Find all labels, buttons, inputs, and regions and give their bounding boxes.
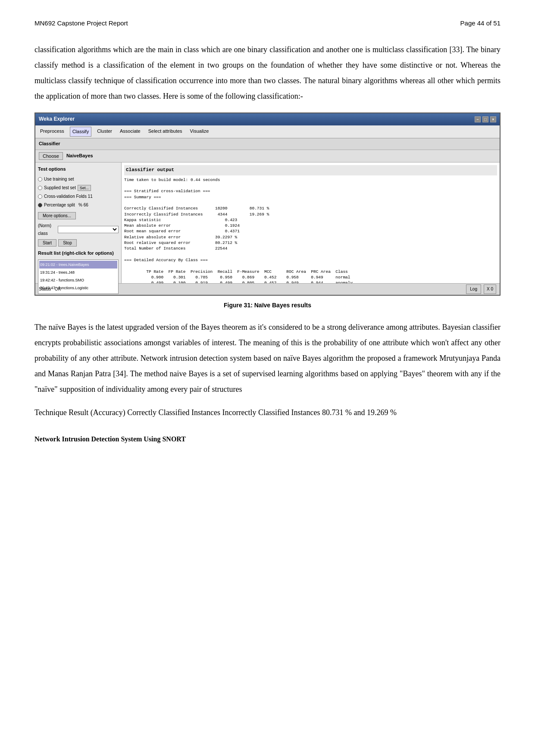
header-left: MN692 Capstone Project Report (34, 17, 128, 29)
choose-row: Choose NaiveBayes (35, 150, 500, 162)
weka-left-panel: Test options Use training set Supplied t… (35, 162, 122, 283)
classifier-section-label: Classifier (35, 138, 500, 150)
weka-titlebar: Weka Explorer − □ × (35, 113, 500, 125)
test-options-radios: Use training set Supplied test set Set..… (38, 175, 119, 209)
set-button[interactable]: Set... (78, 185, 91, 191)
weka-title: Weka Explorer (39, 115, 75, 124)
radio-cross-validation-label: Cross-validation Folds 11 (44, 193, 93, 200)
status-area: Status OK (39, 285, 61, 293)
menu-cluster[interactable]: Cluster (95, 127, 114, 137)
status-label: Status (39, 287, 51, 291)
chosen-classifier: NaiveBayes (66, 152, 93, 160)
norm-class-row: (Norm) class (38, 222, 119, 237)
classifier-output-title: Classifier output (124, 165, 497, 175)
radio-cross-validation-indicator (38, 194, 42, 199)
start-stop-row: Start Stop (38, 239, 119, 247)
footer-heading: Network Intrusion Detection System Using… (34, 433, 501, 446)
maximize-button[interactable]: □ (482, 116, 488, 122)
stop-button[interactable]: Stop (58, 239, 77, 247)
statusbar-buttons: Log X 0 (466, 284, 496, 294)
menu-select-attributes[interactable]: Select attributes (146, 127, 185, 137)
radio-use-training-label: Use training set (44, 175, 74, 183)
status-value: OK (55, 287, 61, 291)
accuracy-line: Technique Result (Accuracy) Correctly Cl… (34, 405, 501, 420)
result-item-2[interactable]: 19:42:42 - functions.SMO (39, 276, 117, 284)
classifier-output-panel: Classifier output Time taken to build mo… (122, 162, 500, 283)
weka-explorer-window: Weka Explorer − □ × Preprocess Classify … (34, 112, 501, 296)
norm-class-label: (Norm) class (38, 222, 56, 237)
result-item-1[interactable]: 19:31:24 - trees.J48 (39, 269, 117, 276)
weka-main-area: Test options Use training set Supplied t… (35, 162, 500, 283)
radio-percentage-split-indicator (38, 203, 42, 207)
weka-menubar: Preprocess Classify Cluster Associate Se… (35, 125, 500, 139)
radio-cross-validation[interactable]: Cross-validation Folds 11 (38, 193, 119, 200)
after-figure-paragraph-1: The naïve Bayes is the latest upgraded v… (34, 319, 501, 397)
test-options-title: Test options (38, 165, 119, 174)
weka-window-controls[interactable]: − □ × (475, 116, 496, 122)
minimize-button[interactable]: − (475, 116, 481, 122)
close-button[interactable]: × (490, 116, 496, 122)
start-button[interactable]: Start (38, 239, 56, 247)
radio-supplied-test-label: Supplied test set (44, 184, 76, 192)
result-item-0[interactable]: 09:21:02 - trees.NaiveBayes (39, 261, 117, 269)
menu-preprocess[interactable]: Preprocess (38, 127, 66, 137)
radio-supplied-test-indicator (38, 186, 42, 190)
classifier-output-text: Time taken to build model: 0.44 seconds … (124, 177, 497, 283)
radio-use-training[interactable]: Use training set (38, 175, 119, 183)
radio-use-training-indicator (38, 177, 42, 181)
radio-supplied-test[interactable]: Supplied test set Set... (38, 184, 119, 192)
more-options-button[interactable]: More options... (38, 212, 76, 219)
menu-classify[interactable]: Classify (70, 127, 92, 137)
menu-visualize[interactable]: Visualize (188, 127, 211, 137)
header-right: Page 44 of 51 (460, 17, 501, 29)
body-paragraph-1: classification algorithms which are the … (34, 42, 501, 104)
menu-associate[interactable]: Associate (118, 127, 143, 137)
figure-caption: Figure 31: Naïve Bayes results (34, 300, 501, 311)
norm-class-dropdown[interactable] (58, 226, 119, 233)
radio-percentage-split-label: Percentage split % 66 (44, 201, 88, 209)
log-button[interactable]: Log (466, 284, 481, 294)
result-list-title: Result list (right-click for options) (38, 249, 119, 258)
x0-indicator: X 0 (484, 284, 496, 294)
radio-percentage-split[interactable]: Percentage split % 66 (38, 201, 119, 209)
page-header: MN692 Capstone Project Report Page 44 of… (34, 17, 501, 29)
choose-button[interactable]: Choose (39, 152, 63, 160)
